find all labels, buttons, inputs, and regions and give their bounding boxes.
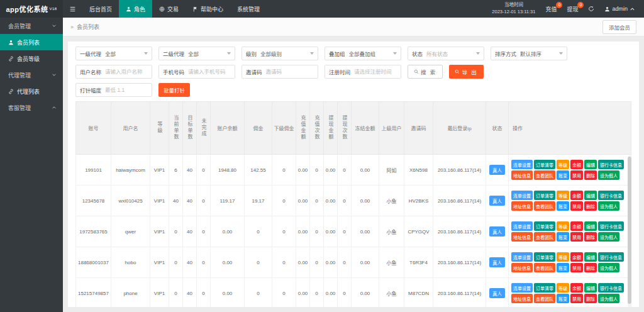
phone-input[interactable]: [188, 69, 235, 75]
action-delete-button[interactable]: 删除: [584, 294, 597, 303]
action-address-info-button[interactable]: 地址信息: [511, 201, 533, 211]
vertical-scrollbar[interactable]: [628, 155, 631, 307]
action-disable-button[interactable]: 禁用: [570, 170, 583, 180]
nav-item-home[interactable]: 后台首页: [82, 0, 119, 18]
status-badge[interactable]: 真人: [489, 257, 505, 267]
username-input[interactable]: [105, 69, 152, 75]
register-time-input[interactable]: [354, 69, 401, 75]
status-badge[interactable]: 真人: [489, 165, 505, 175]
user-menu[interactable]: admin: [604, 6, 635, 12]
batch-inject-button[interactable]: 批量打针: [158, 83, 190, 97]
action-set-fake-user-button[interactable]: 设为假人: [598, 201, 619, 211]
action-chain-order-settings-button[interactable]: 连单设置: [511, 283, 533, 292]
action-level-button[interactable]: 等级: [557, 283, 569, 292]
action-bank-card-info-button[interactable]: 银行卡信息: [598, 160, 624, 169]
action-delete-button[interactable]: 删除: [584, 232, 597, 242]
search-button[interactable]: 搜 索: [408, 65, 443, 79]
action-level-button[interactable]: 等级: [557, 252, 569, 262]
action-disable-button[interactable]: 禁用: [570, 201, 583, 211]
action-order-reset-button[interactable]: 订单清零: [534, 191, 555, 200]
status-badge[interactable]: 真人: [489, 226, 505, 237]
refresh-button[interactable]: [588, 6, 594, 12]
action-edit-button[interactable]: 编辑: [584, 283, 597, 292]
status-badge[interactable]: 真人: [489, 196, 505, 206]
action-account-change-button[interactable]: 账变: [557, 263, 569, 272]
action-account-change-button[interactable]: 账变: [557, 201, 569, 211]
action-delete-button[interactable]: 删除: [584, 201, 597, 211]
action-disable-button[interactable]: 禁用: [570, 232, 583, 242]
withdraw-link[interactable]: 提现 0: [567, 5, 578, 13]
sidebar-group-member-management[interactable]: 会员管理: [0, 18, 63, 34]
action-chain-order-settings-button[interactable]: 连单设置: [511, 221, 533, 231]
nav-item-trade[interactable]: 交易: [152, 0, 186, 18]
filter-agent-level2-select[interactable]: 二级代理 全部: [158, 47, 235, 60]
status-badge[interactable]: 真人: [489, 288, 505, 298]
action-level-button[interactable]: 等级: [557, 160, 569, 169]
action-delete-button[interactable]: 删除: [584, 263, 597, 272]
nav-item-system[interactable]: 系统管理: [230, 0, 267, 18]
action-edit-button[interactable]: 编辑: [584, 252, 597, 262]
action-address-info-button[interactable]: 地址信息: [511, 263, 533, 272]
action-edit-button[interactable]: 编辑: [584, 191, 597, 200]
action-account-change-button[interactable]: 账变: [557, 170, 569, 180]
action-view-team-button[interactable]: 查看团队: [534, 232, 555, 242]
action-balance-button[interactable]: 余额: [570, 221, 583, 231]
cell-status: 真人: [486, 216, 509, 247]
sidebar-item-agent-list[interactable]: 代理列表: [0, 83, 63, 99]
action-bank-card-info-button[interactable]: 银行卡信息: [598, 221, 624, 231]
action-view-team-button[interactable]: 查看团队: [534, 170, 555, 180]
action-set-fake-user-button[interactable]: 设为假人: [598, 294, 619, 303]
action-balance-button[interactable]: 余额: [570, 252, 583, 262]
action-edit-button[interactable]: 编辑: [584, 160, 597, 169]
action-chain-order-settings-button[interactable]: 连单设置: [511, 252, 533, 262]
sidebar-group-support-management[interactable]: 客服管理: [0, 99, 63, 116]
action-bank-card-info-button[interactable]: 银行卡信息: [598, 191, 624, 200]
action-disable-button[interactable]: 禁用: [570, 263, 583, 272]
action-level-button[interactable]: 等级: [557, 221, 569, 231]
action-edit-button[interactable]: 编辑: [584, 221, 597, 231]
cell-withdraw-amount: 0.00: [324, 155, 338, 186]
action-address-info-button[interactable]: 地址信息: [511, 294, 533, 303]
action-order-reset-button[interactable]: 订单清零: [534, 221, 555, 231]
action-chain-order-settings-button[interactable]: 连单设置: [511, 160, 533, 169]
inject-range-input[interactable]: [105, 87, 152, 93]
invite-code-input[interactable]: [266, 69, 318, 75]
action-set-fake-user-button[interactable]: 设为假人: [598, 232, 619, 242]
recharge-link[interactable]: 充值 0: [545, 5, 557, 13]
sidebar-item-member-list[interactable]: 会员列表: [0, 34, 63, 50]
action-order-reset-button[interactable]: 订单清零: [534, 252, 555, 262]
sidebar-item-member-level[interactable]: 会员等级: [0, 50, 63, 67]
filter-overlay-group-select[interactable]: 叠加组 全部叠加组: [325, 47, 401, 60]
action-bank-card-info-button[interactable]: 银行卡信息: [598, 283, 624, 292]
action-order-reset-button[interactable]: 订单清零: [534, 283, 555, 292]
scrollbar-thumb[interactable]: [628, 157, 631, 304]
nav-item-roles[interactable]: 角色: [119, 0, 152, 18]
action-delete-button[interactable]: 删除: [584, 170, 597, 180]
filter-agent-level1-select[interactable]: 一级代理 全部: [75, 47, 152, 60]
action-disable-button[interactable]: 禁用: [570, 294, 583, 303]
add-member-button[interactable]: 添加会员: [602, 20, 636, 34]
menu-toggle-button[interactable]: ☰: [63, 0, 82, 18]
action-set-fake-user-button[interactable]: 设为假人: [598, 263, 619, 272]
action-order-reset-button[interactable]: 订单清零: [534, 160, 555, 169]
action-account-change-button[interactable]: 账变: [557, 294, 569, 303]
action-set-fake-user-button[interactable]: 设为假人: [598, 170, 619, 180]
action-address-info-button[interactable]: 地址信息: [511, 170, 533, 180]
action-view-team-button[interactable]: 查看团队: [534, 201, 555, 211]
export-button[interactable]: 导 出: [449, 65, 483, 79]
action-balance-button[interactable]: 余额: [570, 283, 583, 292]
action-balance-button[interactable]: 余额: [570, 191, 583, 200]
filter-level-select[interactable]: 级别 全部级别: [242, 47, 318, 60]
action-level-button[interactable]: 等级: [557, 191, 569, 200]
action-balance-button[interactable]: 余额: [570, 160, 583, 169]
action-account-change-button[interactable]: 账变: [557, 232, 569, 242]
action-address-info-button[interactable]: 地址信息: [511, 232, 533, 242]
action-view-team-button[interactable]: 查看团队: [534, 294, 555, 303]
action-chain-order-settings-button[interactable]: 连单设置: [511, 191, 533, 200]
nav-item-help[interactable]: 帮助中心: [186, 0, 230, 18]
sidebar-group-agent-management[interactable]: 代理管理: [0, 67, 63, 83]
filter-sort-select[interactable]: 排序方式 默认排序: [491, 47, 567, 60]
action-view-team-button[interactable]: 查看团队: [534, 263, 555, 272]
action-bank-card-info-button[interactable]: 银行卡信息: [598, 252, 624, 262]
filter-status-select[interactable]: 状态 所有状态: [408, 47, 484, 60]
